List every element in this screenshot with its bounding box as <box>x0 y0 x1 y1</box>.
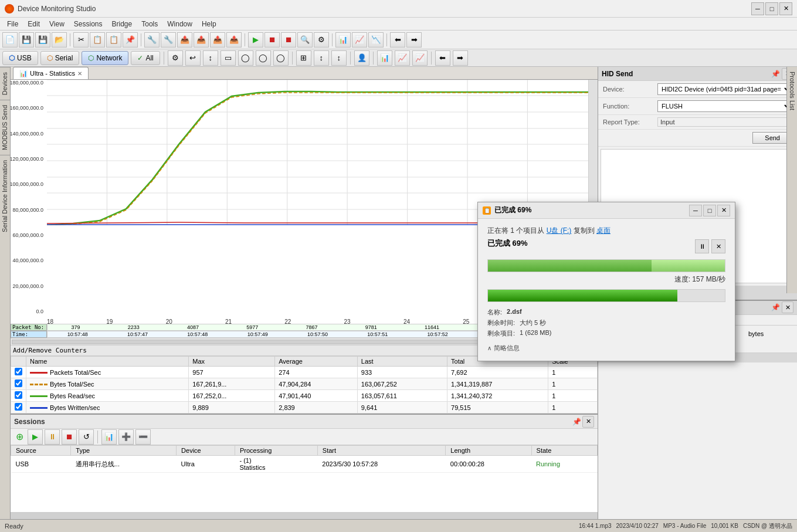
pin-icon[interactable]: 📌 <box>572 418 581 426</box>
toolbar-new[interactable]: 📄 <box>2 32 18 48</box>
col-last[interactable]: Last <box>357 357 447 367</box>
function-select[interactable]: FLUSH <box>657 100 792 112</box>
toolbar-export2[interactable]: 📤 <box>194 32 209 48</box>
nav-extra13[interactable]: 📈 <box>395 50 410 66</box>
sessions-col-start[interactable]: Start <box>317 446 446 456</box>
nav-extra9[interactable]: ↕ <box>314 50 329 66</box>
menu-tools[interactable]: Tools <box>137 19 162 29</box>
menu-window[interactable]: Window <box>162 19 197 29</box>
toolbar-save2[interactable]: 💾 <box>35 32 50 48</box>
toolbar-paste[interactable]: 📌 <box>123 32 138 48</box>
sessions-col-processing[interactable]: Processing <box>235 446 317 456</box>
nav-extra6[interactable]: ◯ <box>256 50 271 66</box>
sessions-row-0[interactable]: USB 通用串行总线... Ultra - (1) Statistics 202… <box>11 456 598 473</box>
sessions-col-type[interactable]: Type <box>71 446 177 456</box>
menu-file[interactable]: File <box>2 19 23 29</box>
copy-dialog-minimize[interactable]: ─ <box>689 205 702 216</box>
sessions-stop[interactable]: ⏹ <box>62 429 77 445</box>
copy-toggle-btn[interactable]: ∧ 简略信息 <box>487 343 520 354</box>
toolbar-search[interactable]: 🔍 <box>297 32 313 48</box>
toolbar-arrow1[interactable]: ⬅ <box>390 32 405 48</box>
toolbar-play[interactable]: ▶ <box>248 32 263 48</box>
counter-check-2[interactable] <box>15 391 22 399</box>
sidebar-modbus[interactable]: MODBUS Send <box>0 100 10 155</box>
nav-extra11[interactable]: 👤 <box>354 50 369 66</box>
toolbar-settings[interactable]: ⚙ <box>314 32 329 48</box>
protocols-list-tab[interactable]: Protocols List <box>786 67 797 293</box>
copy-dialog-close[interactable]: ✕ <box>717 205 730 216</box>
nav-extra4[interactable]: ▭ <box>221 50 236 66</box>
nav-extra12[interactable]: 📊 <box>377 50 392 66</box>
nav-usb[interactable]: ⬡ USB <box>2 51 38 65</box>
doc-tab-close[interactable]: ✕ <box>77 70 82 77</box>
nav-network[interactable]: ⬡ Network <box>82 51 128 65</box>
sessions-stats[interactable]: 📊 <box>101 429 117 445</box>
counter-check-0[interactable] <box>15 368 22 375</box>
sessions-close-btn[interactable]: ✕ <box>582 416 594 428</box>
nav-extra14[interactable]: 📈 <box>412 50 428 66</box>
sessions-col-source[interactable]: Source <box>11 446 71 456</box>
toolbar-filter[interactable]: 🔧 <box>144 32 160 48</box>
sessions-col-state[interactable]: State <box>531 446 597 456</box>
sessions-col-length[interactable]: Length <box>446 446 531 456</box>
toolbar-cut[interactable]: ✂ <box>73 32 89 48</box>
doc-tab-statistics[interactable]: 📊 Ultra - Statistics ✕ <box>13 67 89 79</box>
menu-bridge[interactable]: Bridge <box>107 19 137 29</box>
copy-dialog-maximize[interactable]: □ <box>703 205 716 216</box>
sidebar-serial-device[interactable]: Serial Device Information <box>0 155 10 237</box>
toolbar-chart1[interactable]: 📊 <box>335 32 351 48</box>
sessions-col-device[interactable]: Device <box>177 446 235 456</box>
minimize-button[interactable]: ─ <box>751 2 764 15</box>
sidebar-devices[interactable]: Devices <box>0 67 10 100</box>
toolbar-stop[interactable]: ⏹ <box>264 32 280 48</box>
col-average[interactable]: Average <box>275 357 358 367</box>
sel-close-btn[interactable]: ✕ <box>782 301 793 313</box>
nav-extra1[interactable]: ⚙ <box>168 50 183 66</box>
nav-extra8[interactable]: ⊞ <box>296 50 311 66</box>
sessions-refresh[interactable]: ↺ <box>79 429 94 445</box>
toolbar-export3[interactable]: 📤 <box>210 32 225 48</box>
toolbar-arrow2[interactable]: ➡ <box>406 32 422 48</box>
toolbar-chart3[interactable]: 📉 <box>368 32 384 48</box>
toolbar-chart2[interactable]: 📈 <box>352 32 367 48</box>
copy-source-link[interactable]: U盘 (F:) <box>547 226 572 235</box>
menu-edit[interactable]: Edit <box>23 19 45 29</box>
menu-view[interactable]: View <box>45 19 69 29</box>
toolbar-filter2[interactable]: 🔧 <box>161 32 176 48</box>
hid-pin-icon[interactable]: 📌 <box>771 70 780 78</box>
nav-extra3[interactable]: ↕ <box>203 50 218 66</box>
maximize-button[interactable]: □ <box>765 2 778 15</box>
nav-extra16[interactable]: ➡ <box>453 50 468 66</box>
toolbar-open[interactable]: 📂 <box>52 32 67 48</box>
counter-check-1[interactable] <box>15 379 22 387</box>
toolbar-copy2[interactable]: 📋 <box>106 32 121 48</box>
nav-serial[interactable]: ⬡ Serial <box>40 51 80 65</box>
toolbar-stop2[interactable]: ⏹ <box>281 32 296 48</box>
counter-check-3[interactable] <box>15 403 22 411</box>
sessions-remove[interactable]: ➖ <box>135 429 151 445</box>
nav-extra5[interactable]: ◯ <box>238 50 253 66</box>
nav-extra7[interactable]: ◯ <box>273 50 289 66</box>
copy-cancel-btn[interactable]: ✕ <box>711 239 725 253</box>
device-select[interactable]: HIDI2C Device (vid=04f3 pid=31ad page=00… <box>657 83 792 95</box>
sessions-add2[interactable]: ➕ <box>118 429 134 445</box>
nav-extra10[interactable]: ↕ <box>331 50 347 66</box>
toolbar-copy[interactable]: 📋 <box>90 32 105 48</box>
toolbar-export4[interactable]: 📤 <box>226 32 242 48</box>
nav-extra2[interactable]: ↩ <box>185 50 201 66</box>
col-max[interactable]: Max <box>189 357 275 367</box>
menu-help[interactable]: Help <box>197 19 221 29</box>
sessions-play[interactable]: ▶ <box>28 429 43 445</box>
sessions-add[interactable]: ⊕ <box>13 431 26 443</box>
nav-extra15[interactable]: ⬅ <box>435 50 450 66</box>
nav-all[interactable]: ✓ All <box>131 51 160 65</box>
col-name[interactable]: Name <box>26 357 189 367</box>
toolbar-save1[interactable]: 💾 <box>19 32 34 48</box>
sel-pin-icon[interactable]: 📌 <box>771 303 780 311</box>
sessions-pause[interactable]: ⏸ <box>45 429 60 445</box>
sessions-h-scroll[interactable] <box>11 512 598 519</box>
close-button[interactable]: ✕ <box>779 2 792 15</box>
menu-sessions[interactable]: Sessions <box>69 19 107 29</box>
toolbar-export[interactable]: 📤 <box>177 32 192 48</box>
copy-dest-link[interactable]: 桌面 <box>596 226 611 235</box>
